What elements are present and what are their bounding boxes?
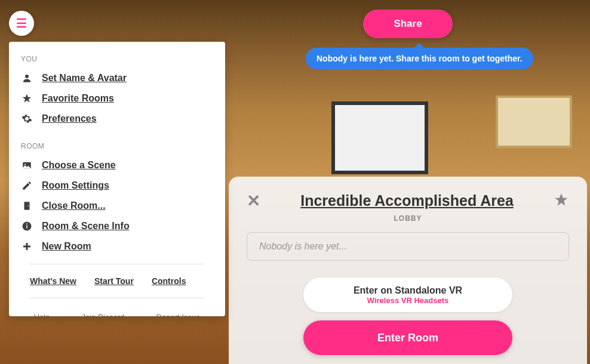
svg-point-7 — [26, 223, 27, 224]
report-issue-link[interactable]: Report Issue — [156, 313, 201, 316]
favorite-star-icon[interactable] — [554, 192, 569, 210]
menu-item-room-settings[interactable]: Room Settings — [9, 175, 225, 196]
whats-new-link[interactable]: What's New — [30, 276, 76, 286]
share-button-label: Share — [394, 18, 422, 30]
menu-label: New Room — [42, 241, 91, 252]
image-icon — [21, 159, 33, 171]
svg-point-4 — [28, 205, 29, 206]
menu-section-room: ROOM — [9, 129, 225, 155]
person-icon — [21, 72, 33, 84]
presence-text: Nobody is here yet... — [259, 241, 347, 251]
close-icon[interactable]: ✕ — [247, 191, 260, 211]
menu-item-new-room[interactable]: New Room — [9, 236, 225, 257]
gear-icon — [21, 113, 33, 125]
svg-rect-6 — [26, 226, 27, 229]
lobby-subtitle: LOBBY — [247, 214, 569, 223]
hamburger-icon: ☰ — [16, 16, 27, 30]
start-tour-link[interactable]: Start Tour — [94, 276, 134, 286]
vr-button-title: Enter on Standalone VR — [354, 285, 462, 296]
door-icon — [21, 200, 33, 212]
room-title[interactable]: Incredible Accomplished Area — [300, 192, 514, 209]
star-icon — [21, 92, 33, 104]
svg-point-0 — [25, 75, 29, 78]
menu-section-you: YOU — [9, 42, 225, 68]
lobby-panel: ✕ Incredible Accomplished Area LOBBY Nob… — [229, 177, 587, 364]
join-discord-link[interactable]: Join Discord — [82, 313, 125, 316]
pencil-icon — [21, 180, 33, 192]
menu-divider — [30, 264, 204, 264]
lobby-header: ✕ Incredible Accomplished Area — [247, 191, 569, 211]
share-button[interactable]: Share — [363, 10, 453, 38]
svg-point-2 — [24, 164, 26, 165]
presence-list: Nobody is here yet... — [247, 232, 569, 261]
info-icon — [21, 220, 33, 232]
side-menu: YOU Set Name & Avatar Favorite Rooms Pre… — [9, 42, 225, 316]
menu-label: Preferences — [42, 113, 97, 124]
svg-rect-9 — [23, 246, 30, 248]
help-link[interactable]: Help — [34, 313, 50, 316]
plus-icon — [21, 240, 33, 252]
tooltip-text: Nobody is here yet. Share this room to g… — [316, 54, 523, 63]
menu-footer-primary: What's New Start Tour Controls — [9, 272, 225, 291]
enter-room-label: Enter Room — [377, 332, 438, 344]
menu-label: Close Room... — [42, 200, 106, 211]
menu-label: Room Settings — [42, 180, 109, 191]
menu-label: Choose a Scene — [42, 160, 116, 171]
svg-rect-3 — [24, 202, 30, 210]
menu-item-room-scene-info[interactable]: Room & Scene Info — [9, 216, 225, 236]
menu-toggle-button[interactable]: ☰ — [9, 11, 34, 36]
enter-room-button[interactable]: Enter Room — [303, 320, 512, 355]
menu-item-preferences[interactable]: Preferences — [9, 109, 225, 129]
menu-divider — [30, 298, 204, 298]
controls-link[interactable]: Controls — [152, 276, 186, 286]
menu-item-favorite-rooms[interactable]: Favorite Rooms — [9, 88, 225, 109]
menu-footer-secondary: Help Join Discord Report Issue — [9, 306, 225, 316]
share-tooltip: Nobody is here yet. Share this room to g… — [306, 48, 533, 69]
enter-vr-button[interactable]: Enter on Standalone VR Wireless VR Heads… — [303, 277, 512, 312]
menu-label: Room & Scene Info — [42, 221, 130, 232]
menu-label: Favorite Rooms — [42, 93, 114, 104]
menu-item-close-room[interactable]: Close Room... — [9, 196, 225, 216]
vr-button-subtitle: Wireless VR Headsets — [367, 296, 448, 305]
menu-item-set-name-avatar[interactable]: Set Name & Avatar — [9, 68, 225, 88]
menu-item-choose-scene[interactable]: Choose a Scene — [9, 155, 225, 175]
menu-label: Set Name & Avatar — [42, 73, 127, 84]
